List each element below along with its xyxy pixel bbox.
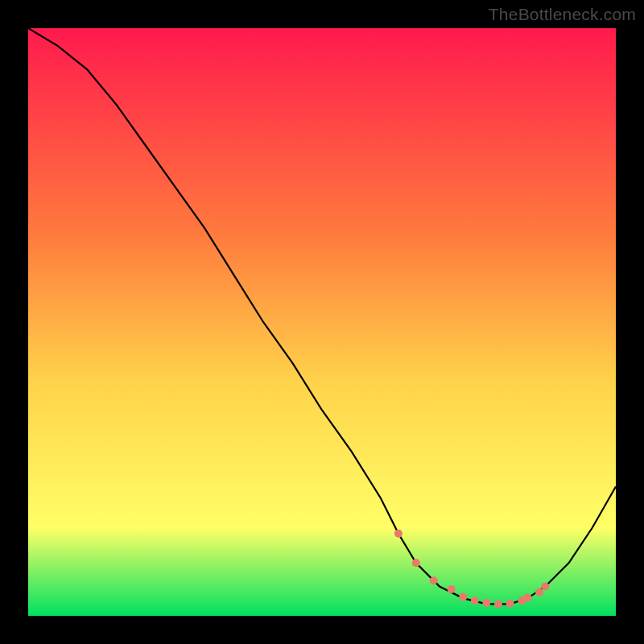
highlight-dot	[506, 600, 514, 608]
highlight-dot	[482, 599, 490, 607]
highlight-dot	[471, 597, 479, 605]
gradient-background	[28, 28, 616, 616]
bottleneck-chart	[28, 28, 616, 616]
highlight-dot	[494, 600, 502, 608]
highlight-dot	[459, 593, 467, 601]
highlight-dot	[541, 583, 549, 591]
highlight-dot	[430, 576, 438, 584]
highlight-dot	[535, 588, 543, 597]
highlight-dot	[448, 585, 456, 593]
highlight-dot	[412, 559, 420, 567]
chart-frame	[28, 28, 616, 616]
highlight-dot	[394, 530, 402, 538]
watermark-text: TheBottleneck.com	[489, 5, 636, 24]
highlight-dot	[524, 593, 532, 601]
